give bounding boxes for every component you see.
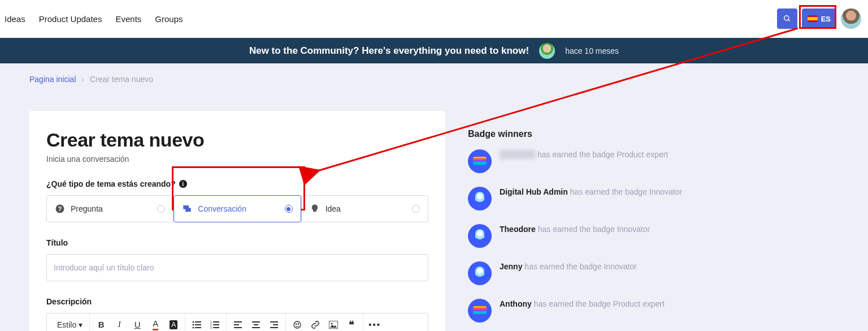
topic-type-question[interactable]: ? Pregunta bbox=[46, 195, 173, 222]
user-avatar[interactable] bbox=[841, 8, 861, 29]
flag-es-icon bbox=[808, 15, 818, 22]
page-title: Crear tema nuevo bbox=[46, 129, 428, 151]
svg-text:3: 3 bbox=[210, 326, 212, 329]
align-center-button[interactable] bbox=[248, 317, 264, 332]
radio-icon bbox=[412, 205, 420, 213]
breadcrumb: Pagina inicial › Crear tema nuevo bbox=[29, 75, 153, 84]
title-input[interactable] bbox=[46, 254, 428, 281]
badge-winner-row: Jenny has earned the badge Innovator bbox=[468, 261, 839, 285]
rich-text-editor: Estilo▾ B I U A A 123 bbox=[46, 313, 428, 331]
winner-name[interactable]: Theodore bbox=[500, 225, 536, 234]
badge-product-expert-icon bbox=[468, 149, 492, 173]
banner-author-avatar bbox=[539, 43, 555, 59]
svg-point-27 bbox=[294, 321, 301, 328]
align-right-button[interactable] bbox=[266, 317, 282, 332]
svg-rect-11 bbox=[195, 327, 201, 328]
badge-innovator-icon bbox=[468, 224, 492, 248]
highlight-button[interactable]: A bbox=[166, 317, 181, 332]
svg-point-28 bbox=[296, 324, 297, 324]
image-button[interactable] bbox=[326, 317, 341, 332]
emoji-button[interactable] bbox=[289, 317, 305, 332]
svg-point-29 bbox=[298, 324, 299, 324]
svg-point-10 bbox=[193, 326, 194, 328]
winner-name[interactable]: Digital Hub Admin bbox=[500, 187, 568, 196]
announcement-banner[interactable]: New to the Community? Here's everything … bbox=[0, 38, 868, 63]
svg-rect-25 bbox=[273, 324, 278, 325]
svg-rect-9 bbox=[195, 324, 201, 325]
search-icon bbox=[783, 15, 791, 23]
quote-button[interactable]: ❝ bbox=[344, 317, 359, 332]
svg-rect-26 bbox=[270, 327, 278, 328]
svg-rect-7 bbox=[195, 321, 201, 323]
badge-innovator-icon bbox=[468, 187, 492, 210]
language-code: ES bbox=[821, 15, 831, 23]
radio-icon bbox=[285, 205, 293, 213]
topic-type-selector: ? Pregunta Conversación Idea bbox=[46, 195, 428, 222]
caret-down-icon: ▾ bbox=[79, 320, 83, 329]
winner-name[interactable]: Anthony bbox=[500, 299, 532, 308]
editor-toolbar: Estilo▾ B I U A A 123 bbox=[47, 313, 428, 331]
topic-type-idea-label: Idea bbox=[326, 204, 341, 213]
badge-winner-row: Anthony has earned the badge Product exp… bbox=[468, 299, 839, 323]
svg-point-0 bbox=[784, 16, 788, 20]
svg-rect-5 bbox=[185, 208, 191, 212]
svg-rect-20 bbox=[234, 327, 242, 328]
topic-type-label: ¿Qué tipo de tema estás creando? i bbox=[46, 179, 428, 188]
banner-timestamp: hace 10 meses bbox=[565, 46, 619, 55]
italic-button[interactable]: I bbox=[111, 317, 127, 332]
radio-icon bbox=[157, 205, 165, 213]
nav-ideas[interactable]: Ideas bbox=[5, 12, 25, 26]
badge-product-expert-icon bbox=[468, 299, 492, 323]
idea-icon bbox=[310, 204, 320, 214]
svg-rect-23 bbox=[252, 327, 260, 328]
svg-rect-17 bbox=[213, 327, 219, 328]
badge-innovator-icon bbox=[468, 261, 492, 285]
svg-line-1 bbox=[788, 20, 789, 22]
badge-winner-row: Theodore has earned the badge Innovator bbox=[468, 224, 839, 248]
title-label: Título bbox=[46, 238, 428, 247]
winner-name-hidden: xxxx bbox=[500, 150, 535, 159]
svg-rect-21 bbox=[252, 321, 260, 323]
badge-winner-row: xxxx has earned the badge Product expert bbox=[468, 149, 839, 173]
link-button[interactable] bbox=[307, 317, 323, 332]
style-dropdown[interactable]: Estilo▾ bbox=[54, 320, 86, 329]
topic-type-idea[interactable]: Idea bbox=[301, 195, 428, 222]
nav-product-updates[interactable]: Product Updates bbox=[39, 12, 102, 26]
more-button[interactable]: ••• bbox=[367, 317, 383, 332]
badge-winner-row: Digital Hub Admin has earned the badge I… bbox=[468, 187, 839, 210]
top-nav-bar: Ideas Product Updates Events Groups ES bbox=[0, 0, 868, 38]
search-button[interactable] bbox=[777, 8, 797, 29]
svg-rect-22 bbox=[254, 324, 258, 325]
align-left-button[interactable] bbox=[230, 317, 246, 332]
nav-events[interactable]: Events bbox=[115, 12, 141, 26]
underline-button[interactable]: U bbox=[129, 317, 145, 332]
svg-text:?: ? bbox=[58, 205, 62, 212]
text-color-button[interactable]: A bbox=[147, 317, 163, 332]
svg-point-8 bbox=[193, 324, 194, 325]
language-switcher[interactable]: ES bbox=[802, 8, 836, 29]
question-icon: ? bbox=[55, 204, 65, 214]
svg-rect-19 bbox=[234, 324, 239, 325]
topic-type-conversation-label: Conversación bbox=[198, 204, 246, 213]
winner-name[interactable]: Jenny bbox=[500, 262, 522, 271]
svg-rect-13 bbox=[213, 321, 219, 323]
main-nav: Ideas Product Updates Events Groups bbox=[5, 12, 183, 26]
svg-point-31 bbox=[331, 323, 333, 324]
banner-title: New to the Community? Here's everything … bbox=[249, 45, 529, 57]
topic-type-conversation[interactable]: Conversación bbox=[173, 195, 301, 222]
bullet-list-button[interactable] bbox=[189, 317, 205, 332]
create-topic-card: Crear tema nuevo Inicia una conversación… bbox=[29, 111, 445, 331]
description-label: Descripción bbox=[46, 297, 428, 306]
nav-groups[interactable]: Groups bbox=[155, 12, 183, 26]
badge-winners-heading: Badge winners bbox=[468, 129, 839, 139]
numbered-list-button[interactable]: 123 bbox=[207, 317, 223, 332]
svg-rect-15 bbox=[213, 324, 219, 325]
svg-point-6 bbox=[193, 321, 194, 323]
sidebar: Badge winners xxxx has earned the badge … bbox=[468, 111, 839, 331]
breadcrumb-home[interactable]: Pagina inicial bbox=[29, 75, 76, 84]
svg-rect-18 bbox=[234, 321, 242, 323]
conversation-icon bbox=[182, 204, 192, 214]
bold-button[interactable]: B bbox=[93, 317, 109, 332]
topic-type-question-label: Pregunta bbox=[71, 204, 103, 213]
info-icon[interactable]: i bbox=[179, 180, 187, 188]
